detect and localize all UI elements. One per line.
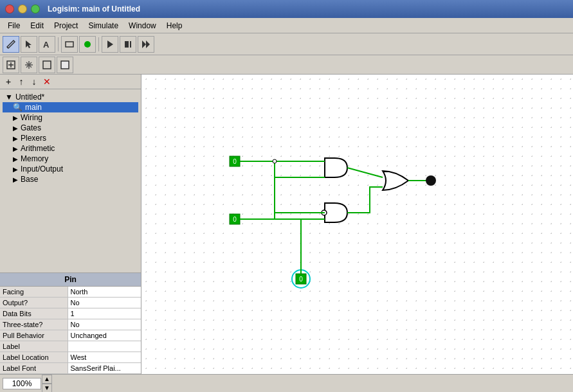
zoom-down-button[interactable]: ▼ — [42, 384, 52, 393]
and-gate-1 — [325, 158, 347, 177]
props-value-7[interactable]: SansSerif Plai... — [68, 363, 141, 374]
props-label-4: Pull Behavior — [0, 330, 68, 341]
tool-component[interactable] — [57, 57, 73, 73]
pin-1: 0 — [230, 156, 240, 166]
tree-base[interactable]: ▶ Base — [3, 174, 138, 184]
tool-subcircuit[interactable] — [39, 57, 55, 73]
tree-base-label: Base — [21, 175, 38, 184]
props-label-5: Label — [0, 341, 68, 352]
toolbar2 — [0, 55, 573, 75]
wire-and2-or — [347, 187, 383, 213]
tool-add[interactable] — [3, 57, 19, 73]
tree-memory[interactable]: ▶ Memory — [3, 154, 138, 164]
svg-rect-5 — [130, 41, 131, 48]
props-value-6[interactable]: West — [68, 352, 141, 363]
tool-simulate-ff[interactable] — [138, 36, 154, 53]
props-row-3[interactable]: Three-state?No — [0, 319, 141, 330]
tree-wiring[interactable]: ▶ Wiring — [3, 112, 138, 123]
props-panel: Pin FacingNorthOutput?NoData Bits1Three-… — [0, 272, 141, 374]
tree-root-label: Untitled* — [15, 93, 44, 102]
tool-output-pin[interactable] — [79, 36, 96, 53]
menu-help[interactable]: Help — [161, 20, 188, 31]
props-row-4[interactable]: Pull BehaviorUnchanged — [0, 330, 141, 341]
props-row-0[interactable]: FacingNorth — [0, 287, 141, 298]
props-value-5[interactable] — [68, 341, 141, 352]
memory-arrow: ▶ — [13, 156, 18, 163]
wire-pin1-and2 — [275, 161, 325, 213]
tree-gates[interactable]: ▶ Gates — [3, 123, 138, 133]
props-row-7[interactable]: Label FontSansSerif Plai... — [0, 363, 141, 374]
zoom-up-button[interactable]: ▲ — [42, 375, 52, 384]
tool-text[interactable]: A — [39, 36, 55, 53]
tool-simulate-play[interactable] — [102, 36, 118, 53]
svg-marker-3 — [107, 40, 113, 48]
svg-rect-15 — [43, 61, 51, 69]
wire-pin3-and2 — [301, 219, 325, 274]
zoom-display[interactable]: 100% — [3, 378, 41, 389]
tree-plexers[interactable]: ▶ Plexers — [3, 133, 138, 143]
tree-add-button[interactable]: + — [3, 76, 14, 87]
wiring-arrow: ▶ — [13, 114, 18, 121]
toolbar-separator-2 — [98, 37, 99, 51]
tree-plexers-label: Plexers — [21, 134, 46, 143]
svg-rect-4 — [125, 41, 129, 48]
maximize-button[interactable] — [31, 4, 40, 13]
tool-edit[interactable] — [3, 36, 19, 53]
toolbar-separator-1 — [58, 37, 59, 51]
props-row-6[interactable]: Label LocationWest — [0, 352, 141, 363]
tool-select[interactable] — [21, 36, 37, 53]
svg-text:0: 0 — [233, 216, 237, 223]
props-row-5[interactable]: Label — [0, 341, 141, 352]
props-table: FacingNorthOutput?NoData Bits1Three-stat… — [0, 287, 141, 374]
tree-gates-label: Gates — [21, 123, 41, 132]
tree-inputoutput[interactable]: ▶ Input/Output — [3, 164, 138, 174]
window-title: Logisim: main of Untitled — [48, 4, 140, 13]
menu-edit[interactable]: Edit — [25, 20, 49, 31]
tree-down-button[interactable]: ↓ — [28, 76, 40, 87]
props-row-1[interactable]: Output?No — [0, 298, 141, 308]
minimize-button[interactable] — [18, 4, 27, 13]
props-value-2[interactable]: 1 — [68, 308, 141, 319]
menu-window[interactable]: Window — [123, 20, 161, 31]
circuit-svg: 0 0 — [141, 75, 573, 374]
tree-main[interactable]: 🔍 main — [3, 102, 138, 112]
tree-remove-button[interactable]: ✕ — [41, 76, 53, 87]
props-value-0[interactable]: North — [68, 287, 141, 298]
tool-sparkle[interactable] — [21, 57, 37, 73]
tree-arithmetic[interactable]: ▶ Arithmetic — [3, 143, 138, 154]
collapse-arrow: ▼ — [5, 93, 13, 102]
or-gate — [383, 171, 408, 190]
props-value-3[interactable]: No — [68, 319, 141, 330]
tree-arithmetic-label: Arithmetic — [21, 144, 55, 153]
menu-project[interactable]: Project — [49, 20, 83, 31]
tool-simulate-step[interactable] — [120, 36, 136, 53]
canvas-area[interactable]: 0 0 — [141, 75, 573, 374]
svg-point-2 — [84, 41, 91, 48]
svg-text:A: A — [43, 40, 50, 49]
arithmetic-arrow: ▶ — [13, 145, 18, 152]
props-label-1: Output? — [0, 298, 68, 308]
props-label-3: Three-state? — [0, 319, 68, 330]
svg-rect-16 — [61, 61, 69, 69]
props-label-6: Label Location — [0, 352, 68, 363]
close-button[interactable] — [5, 4, 14, 13]
props-label-2: Data Bits — [0, 308, 68, 319]
tree-up-button[interactable]: ↑ — [15, 76, 27, 87]
tree-memory-label: Memory — [21, 154, 48, 163]
svg-rect-1 — [66, 42, 73, 47]
props-value-1[interactable]: No — [68, 298, 141, 308]
menu-file[interactable]: File — [3, 20, 25, 31]
pin-2: 0 — [230, 214, 240, 224]
io-arrow: ▶ — [13, 166, 18, 173]
tree-root[interactable]: ▼ Untitled* — [3, 92, 138, 102]
tool-input-pin[interactable] — [61, 36, 78, 53]
toolbar: A — [0, 33, 573, 55]
tree-main-label: main — [25, 103, 42, 112]
gates-arrow: ▶ — [13, 125, 18, 132]
props-row-2[interactable]: Data Bits1 — [0, 308, 141, 319]
tree-area[interactable]: ▼ Untitled* 🔍 main ▶ Wiring ▶ Gates ▶ Pl… — [0, 89, 141, 272]
svg-text:0: 0 — [299, 276, 303, 283]
props-label-0: Facing — [0, 287, 68, 298]
props-value-4[interactable]: Unchanged — [68, 330, 141, 341]
menu-simulate[interactable]: Simulate — [83, 20, 123, 31]
